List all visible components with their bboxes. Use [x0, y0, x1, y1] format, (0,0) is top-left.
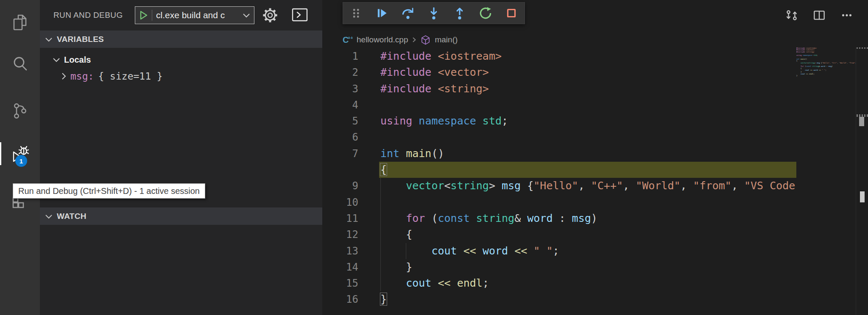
dropdown-separator — [152, 10, 152, 21]
variable-row-msg[interactable]: msg: { size=11 } — [40, 68, 322, 84]
sidebar-item-search[interactable] — [0, 52, 40, 76]
tooltip: Run and Debug (Ctrl+Shift+D) - 1 active … — [13, 183, 205, 199]
code-line[interactable]: 5using namespace std; — [322, 113, 796, 129]
svg-text:++: ++ — [348, 35, 353, 40]
line-number: 2 — [322, 64, 358, 80]
search-icon — [10, 54, 30, 74]
line-number: 12 — [322, 227, 358, 243]
code-line-text: #include <string> — [380, 81, 489, 97]
code-line-text: using namespace std; — [380, 113, 508, 129]
chevron-right-icon — [61, 72, 66, 80]
code-line[interactable]: 10 — [322, 194, 796, 210]
source-control-icon — [10, 101, 30, 121]
code-line[interactable]: 15 cout << endl; — [322, 275, 796, 291]
step-over-button[interactable] — [399, 4, 417, 22]
step-out-button[interactable] — [450, 4, 469, 22]
code-line[interactable]: 3#include <string> — [322, 81, 796, 97]
chevron-down-icon — [53, 57, 60, 62]
code-line-text: } — [380, 259, 412, 275]
split-editor-icon[interactable] — [812, 8, 826, 22]
chevron-right-icon — [412, 36, 416, 43]
line-number: 4 — [322, 97, 358, 113]
line-number: 1 — [322, 48, 358, 64]
watch-section-header[interactable]: WATCH — [40, 207, 322, 225]
minimap-line: } — [796, 75, 856, 77]
code-line-text: for (const string& word : msg) — [380, 210, 597, 227]
vscode-window: 1 RUN AND DEBUG cl.exe build and c — [0, 0, 868, 315]
code-line-text: #include <vector> — [380, 64, 489, 80]
variable-name: msg: — [70, 71, 94, 82]
debug-session-badge: 1 — [15, 155, 27, 167]
breadcrumb-symbol[interactable]: main() — [435, 35, 458, 44]
overview-ruler — [856, 47, 856, 315]
chevron-down-icon — [45, 214, 53, 219]
code-line[interactable]: 16} — [322, 291, 796, 307]
line-number: 9 — [322, 178, 358, 194]
chevron-down-icon — [242, 12, 251, 18]
breadcrumb-file[interactable]: helloworld.cpp — [357, 35, 408, 44]
line-number: 16 — [322, 291, 358, 307]
chevron-down-icon — [45, 37, 53, 42]
debug-console-icon[interactable] — [291, 6, 309, 23]
line-number: 6 — [322, 129, 358, 145]
step-into-button[interactable] — [424, 4, 443, 22]
debug-execution-pointer-icon — [326, 164, 377, 178]
scope-label: Locals — [64, 55, 91, 65]
line-number: 13 — [322, 243, 358, 259]
debug-toolbar — [343, 2, 525, 24]
code-line[interactable]: 11 for (const string& word : msg) — [322, 210, 796, 227]
overview-ruler-decoration — [860, 191, 865, 202]
sidebar-item-source-control[interactable] — [0, 99, 40, 123]
variable-value: { size=11 } — [98, 71, 162, 82]
gripper-icon[interactable] — [347, 4, 366, 22]
minimap[interactable]: #include <iostream>#include <vector>#inc… — [796, 47, 856, 80]
launch-configuration-dropdown[interactable]: cl.exe build and c — [135, 6, 254, 24]
git-compare-icon[interactable] — [784, 8, 799, 22]
code-line-text: { — [380, 162, 387, 178]
sidebar-title: RUN AND DEBUG — [53, 0, 123, 30]
restart-button[interactable] — [476, 4, 495, 22]
run-and-debug-sidebar: RUN AND DEBUG cl.exe build and c — [40, 0, 322, 315]
editor-group: C ++ helloworld.cpp main() — [322, 0, 868, 315]
code-line-text: { — [380, 227, 412, 243]
code-line-text: vector<string> msg {"Hello", "C++", "Wor… — [380, 178, 796, 194]
code-line-text: } — [380, 291, 387, 307]
code-line[interactable]: 4 — [322, 97, 796, 113]
more-actions-icon[interactable] — [840, 8, 854, 22]
code-area[interactable]: 1#include <iostream>2#include <vector>3#… — [322, 48, 796, 308]
settings-gear-icon[interactable] — [262, 7, 278, 23]
code-line[interactable]: 2#include <vector> — [322, 64, 796, 80]
overview-ruler-mark — [857, 47, 868, 49]
code-line[interactable]: 7int main() — [322, 146, 796, 162]
code-line[interactable]: 9 vector<string> msg {"Hello", "C++", "W… — [322, 178, 796, 194]
code-line[interactable]: 1#include <iostream> — [322, 48, 796, 64]
active-tab-indicator — [0, 142, 1, 165]
code-line-text: #include <iostream> — [380, 48, 502, 64]
code-line[interactable]: 8{ — [322, 162, 796, 178]
files-icon — [10, 12, 30, 33]
code-line[interactable]: 14 } — [322, 259, 796, 275]
code-line-text: cout << word << " "; — [380, 243, 559, 259]
continue-button[interactable] — [373, 4, 391, 22]
scrollbar-slider[interactable] — [859, 117, 864, 126]
section-label: WATCH — [57, 212, 87, 221]
line-number: 10 — [322, 194, 358, 210]
stop-button[interactable] — [502, 4, 521, 22]
code-line[interactable]: 13 cout << word << " "; — [322, 243, 796, 259]
line-number: 11 — [322, 210, 358, 227]
locals-scope-row[interactable]: Locals — [40, 52, 322, 68]
variables-section-header[interactable]: VARIABLES — [40, 30, 322, 48]
code-line[interactable]: 12 { — [322, 227, 796, 243]
section-label: VARIABLES — [57, 35, 104, 44]
sidebar-item-explorer[interactable] — [0, 10, 40, 35]
cpp-file-icon: C ++ — [342, 34, 353, 45]
breadcrumb: C ++ helloworld.cpp main() — [322, 32, 458, 47]
debug-start-icon[interactable] — [139, 10, 149, 21]
symbol-method-icon — [420, 35, 431, 45]
code-line[interactable]: 6 — [322, 129, 796, 145]
code-line-text: cout << endl; — [380, 275, 489, 291]
line-number: 15 — [322, 275, 358, 291]
debug-current-line-highlight — [379, 162, 796, 178]
line-number: 7 — [322, 146, 358, 162]
activity-bar: 1 — [0, 0, 40, 315]
